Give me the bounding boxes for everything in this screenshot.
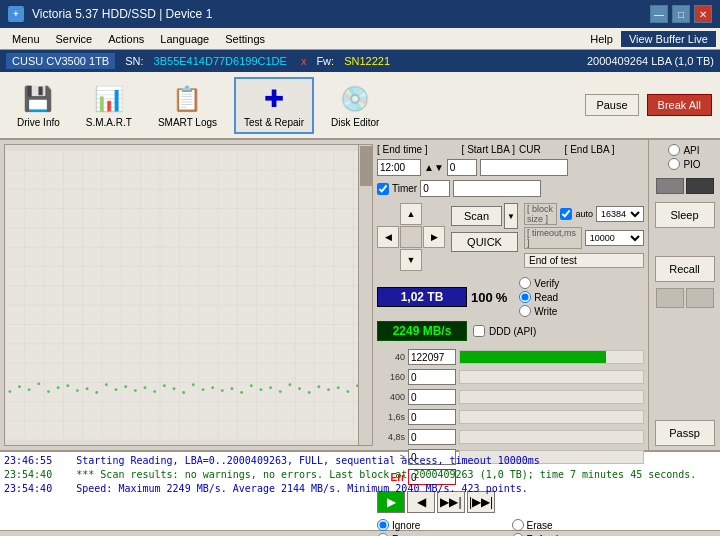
scan-button[interactable]: Scan xyxy=(451,206,502,226)
svg-point-7 xyxy=(57,386,60,389)
graph-area xyxy=(4,144,373,446)
write-radio[interactable] xyxy=(519,305,531,317)
view-buffer-button[interactable]: View Buffer Live xyxy=(621,31,716,47)
tb-display: 1,02 TB xyxy=(377,287,467,307)
scan-dropdown-button[interactable]: ▼ xyxy=(504,203,518,229)
read-label: Read xyxy=(534,292,558,303)
end-of-test-button[interactable]: End of test xyxy=(524,253,644,268)
timer-val-input[interactable] xyxy=(420,180,450,197)
graph-visualization xyxy=(5,145,372,445)
read-radio[interactable] xyxy=(519,291,531,303)
break-all-button[interactable]: Break All xyxy=(647,94,712,116)
test-repair-button[interactable]: ✚ Test & Repair xyxy=(234,77,314,134)
timeout-row: [ timeout,ms ] 10000 5000 30000 xyxy=(524,227,644,249)
title-bar-controls[interactable]: — □ ✕ xyxy=(650,5,712,23)
svg-point-3 xyxy=(18,385,21,388)
timer-checkbox[interactable] xyxy=(377,183,389,195)
passp-button[interactable]: Passp xyxy=(655,420,715,446)
menu-item-language[interactable]: Language xyxy=(152,31,217,47)
device-close[interactable]: x xyxy=(301,55,307,67)
pio-label: PIO xyxy=(683,159,700,170)
menu-item-actions[interactable]: Actions xyxy=(100,31,152,47)
svg-point-35 xyxy=(327,388,330,391)
quick-button[interactable]: QUICK xyxy=(451,232,518,252)
ignore-label: Ignore xyxy=(392,520,420,531)
graph-scrollbar[interactable] xyxy=(358,145,372,445)
smart-logs-label: SMART Logs xyxy=(158,117,217,128)
time-input[interactable] xyxy=(377,159,421,176)
timing-input-4800[interactable] xyxy=(408,429,456,445)
svg-point-31 xyxy=(288,383,291,386)
svg-point-27 xyxy=(250,384,253,387)
read-option[interactable]: Read xyxy=(519,291,559,303)
svg-rect-1 xyxy=(5,150,372,440)
params-block: [ block size ] auto 16384 8192 4096 [ ti… xyxy=(524,203,644,268)
svg-point-12 xyxy=(105,383,108,386)
auto-checkbox[interactable] xyxy=(560,208,572,220)
sn-label: SN: xyxy=(125,55,143,67)
log-text-2: *** Scan results: no warnings, no errors… xyxy=(76,469,696,480)
timing-input-400[interactable] xyxy=(408,389,456,405)
menu-item-service[interactable]: Service xyxy=(48,31,101,47)
disk-editor-label: Disk Editor xyxy=(331,117,379,128)
scan-area: Scan ▼ xyxy=(451,203,518,229)
write-option[interactable]: Write xyxy=(519,305,559,317)
nav-up[interactable]: ▲ xyxy=(400,203,422,225)
timing-label-4800: 4,8s xyxy=(377,432,405,442)
timing-input-1600[interactable] xyxy=(408,409,456,425)
auto-label: auto xyxy=(575,209,593,219)
ddd-checkbox[interactable] xyxy=(473,325,485,337)
pio-radio[interactable] xyxy=(668,158,680,170)
verify-option[interactable]: Verify xyxy=(519,277,559,289)
timing-row-160: 160 xyxy=(377,367,644,387)
pio-option[interactable]: PIO xyxy=(668,158,700,170)
timing-input-160[interactable] xyxy=(408,369,456,385)
svg-point-8 xyxy=(66,384,69,387)
small-btn-1[interactable] xyxy=(656,288,684,308)
erase-radio[interactable] xyxy=(512,519,524,531)
minimize-button[interactable]: — xyxy=(650,5,668,23)
scrollbar-thumb[interactable] xyxy=(360,146,372,186)
ignore-radio[interactable] xyxy=(377,519,389,531)
timeout-select[interactable]: 10000 5000 30000 xyxy=(585,230,644,246)
erase-option[interactable]: Erase xyxy=(512,519,645,531)
maximize-button[interactable]: □ xyxy=(672,5,690,23)
end-lba-input[interactable]: 2000409263 xyxy=(480,159,568,176)
menu-item-settings[interactable]: Settings xyxy=(217,31,273,47)
small-btn-2[interactable] xyxy=(686,288,714,308)
nav-left[interactable]: ◀ xyxy=(377,226,399,248)
svg-point-10 xyxy=(86,387,89,390)
end-lba-label: [ End LBA ] xyxy=(565,144,615,155)
timing-row-4800: 4,8s xyxy=(377,427,644,447)
svg-point-16 xyxy=(144,386,147,389)
toolbar: 💾 Drive Info 📊 S.M.A.R.T 📋 SMART Logs ✚ … xyxy=(0,72,720,140)
block-size-select[interactable]: 16384 8192 4096 xyxy=(596,206,644,222)
verify-radio[interactable] xyxy=(519,277,531,289)
nav-right[interactable]: ▶ xyxy=(423,226,445,248)
cur-val-input[interactable] xyxy=(447,159,477,176)
smart-logs-button[interactable]: 📋 SMART Logs xyxy=(149,78,226,133)
close-button[interactable]: ✕ xyxy=(694,5,712,23)
svg-point-26 xyxy=(240,391,243,394)
recall-button[interactable]: Recall xyxy=(655,256,715,282)
config-labels-row: [ End time ] [ Start LBA ] CUR [ End LBA… xyxy=(377,144,644,155)
timer-val2-input[interactable]: 2000409263 xyxy=(453,180,541,197)
smart-logs-icon: 📋 xyxy=(171,83,203,115)
svg-point-24 xyxy=(221,389,224,392)
disk-editor-button[interactable]: 💿 Disk Editor xyxy=(322,78,388,133)
pct-display-area: 100 % xyxy=(471,290,507,305)
sleep-button[interactable]: Sleep xyxy=(655,202,715,228)
drive-info-button[interactable]: 💾 Drive Info xyxy=(8,78,69,133)
api-option[interactable]: API xyxy=(668,144,700,156)
time-spin[interactable]: ▲▼ xyxy=(424,162,444,173)
smart-button[interactable]: 📊 S.M.A.R.T xyxy=(77,78,141,133)
svg-point-13 xyxy=(115,388,118,391)
api-radio[interactable] xyxy=(668,144,680,156)
nav-down[interactable]: ▼ xyxy=(400,249,422,271)
ignore-option[interactable]: Ignore xyxy=(377,519,510,531)
pause-button[interactable]: Pause xyxy=(585,94,638,116)
menu-item-menu[interactable]: Menu xyxy=(4,31,48,47)
menu-item-help[interactable]: Help xyxy=(582,31,621,47)
write-label: Write xyxy=(534,306,557,317)
timing-input-40[interactable] xyxy=(408,349,456,365)
